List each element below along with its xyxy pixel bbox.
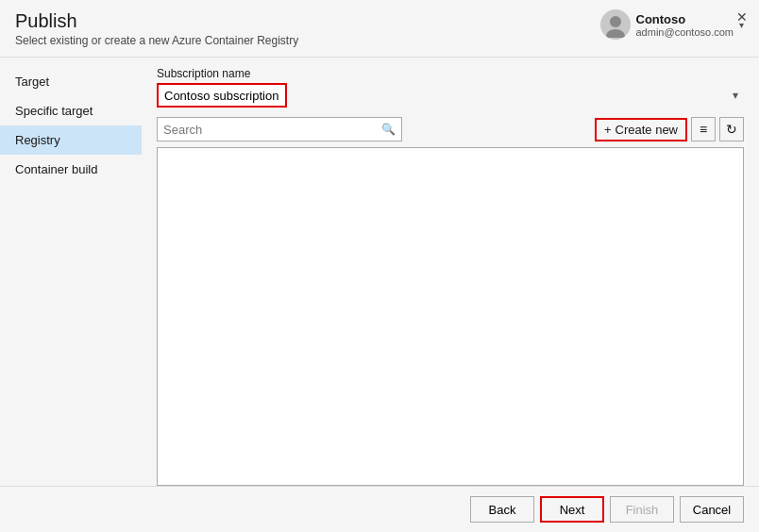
sidebar: Target Specific target Registry Containe…	[0, 67, 142, 486]
subscription-field-group: Subscription name Contoso subscription	[157, 67, 744, 108]
create-new-label: Create new	[616, 123, 678, 137]
publish-dialog: Publish Select existing or create a new …	[0, 0, 759, 532]
search-icon: 🔍	[381, 123, 396, 136]
finish-button[interactable]: Finish	[610, 496, 674, 523]
dialog-subtitle: Select existing or create a new Azure Co…	[15, 34, 298, 47]
columns-button[interactable]: ≡	[691, 117, 716, 141]
svg-point-1	[606, 29, 625, 38]
subscription-label: Subscription name	[157, 67, 744, 80]
subscription-select-wrapper: Contoso subscription	[157, 83, 744, 108]
cancel-button[interactable]: Cancel	[680, 496, 744, 523]
title-left: Publish Select existing or create a new …	[15, 9, 298, 47]
footer: Back Next Finish Cancel	[0, 486, 759, 532]
close-button[interactable]: ✕	[733, 8, 751, 26]
registry-list	[157, 147, 744, 486]
sidebar-item-target[interactable]: Target	[0, 67, 142, 96]
refresh-icon: ↻	[726, 122, 737, 137]
toolbar-row: 🔍 + Create new ≡ ↻	[157, 117, 744, 141]
plus-icon: +	[604, 123, 612, 137]
search-input[interactable]	[163, 123, 381, 137]
toolbar-actions: + Create new ≡ ↻	[595, 117, 744, 141]
subscription-select[interactable]: Contoso subscription	[157, 83, 287, 108]
sidebar-item-specific-target[interactable]: Specific target	[0, 96, 142, 125]
columns-icon: ≡	[700, 122, 707, 137]
user-avatar	[600, 9, 631, 40]
title-bar: Publish Select existing or create a new …	[0, 0, 759, 51]
svg-point-0	[610, 16, 621, 27]
back-button[interactable]: Back	[470, 496, 534, 523]
main-panel: Subscription name Contoso subscription 🔍…	[142, 67, 759, 486]
content-area: Target Specific target Registry Containe…	[0, 58, 759, 486]
sidebar-item-registry[interactable]: Registry	[0, 125, 142, 155]
user-info: Contoso admin@contoso.com	[636, 12, 734, 38]
search-box: 🔍	[157, 117, 402, 141]
next-button[interactable]: Next	[540, 496, 604, 523]
dialog-title: Publish	[15, 9, 298, 32]
sidebar-item-container-build[interactable]: Container build	[0, 155, 142, 184]
user-email: admin@contoso.com	[636, 26, 734, 38]
refresh-button[interactable]: ↻	[719, 117, 744, 141]
user-section: Contoso admin@contoso.com ▾	[600, 9, 745, 40]
user-name: Contoso	[636, 12, 734, 26]
create-new-button[interactable]: + Create new	[595, 118, 687, 141]
